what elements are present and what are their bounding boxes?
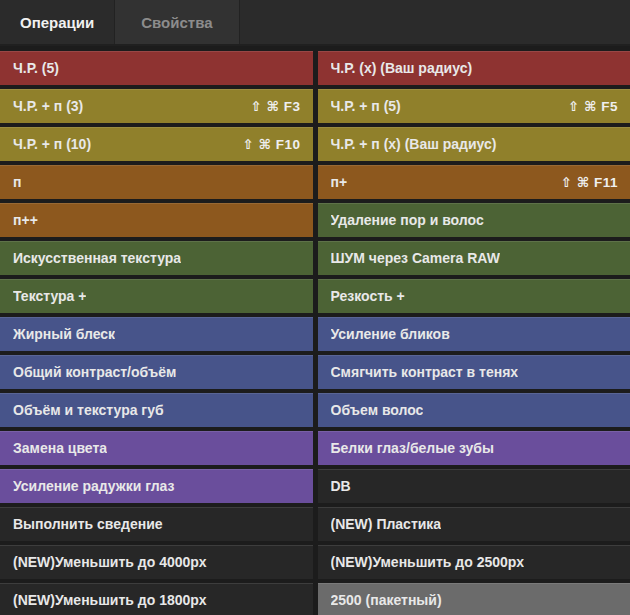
actions-button-grid: Ч.Р. (5) Ч.Р. (x) (Ваш радиус) Ч.Р. + п … <box>0 51 630 615</box>
action-button-label: Резкость + <box>331 288 405 304</box>
action-button[interactable]: Усиление радужки глаз <box>0 469 313 503</box>
action-button[interactable]: Ч.Р. + п (x) (Ваш радиус) <box>318 127 630 161</box>
action-button[interactable]: Смягчить контраст в тенях <box>318 355 630 389</box>
action-button[interactable]: (NEW)Уменьшить до 1800px <box>0 583 313 615</box>
action-button-label: Ч.Р. + п (5) <box>331 98 401 114</box>
action-button-label: Искусственная текстура <box>13 250 181 266</box>
action-button-label: Замена цвета <box>13 440 107 456</box>
action-button-label: Ч.Р. + п (3) <box>13 98 83 114</box>
action-button-label: п <box>13 174 21 190</box>
action-button-label: Ч.Р. (5) <box>13 60 59 76</box>
action-shortcut-label: ⇧ ⌘ F3 <box>242 98 300 114</box>
action-button[interactable]: п+ ⇧ ⌘ F11 <box>318 165 630 199</box>
action-button[interactable]: Общий контраст/объём <box>0 355 313 389</box>
action-button-label: DB <box>331 478 351 494</box>
action-button[interactable]: Удаление пор и волос <box>318 203 630 237</box>
action-button[interactable]: Белки глаз/белые зубы <box>318 431 630 465</box>
action-button[interactable]: Жирный блеск <box>0 317 313 351</box>
action-button[interactable]: ШУМ через Camera RAW <box>318 241 630 275</box>
action-button[interactable]: (NEW)Уменьшить до 2500px <box>318 545 630 579</box>
tab-bar-spacer <box>240 0 630 44</box>
action-button[interactable]: п++ <box>0 203 313 237</box>
action-button[interactable]: п <box>0 165 313 199</box>
action-button-label: Усиление бликов <box>331 326 450 342</box>
action-button[interactable]: Объем волос <box>318 393 630 427</box>
action-button[interactable]: (NEW)Уменьшить до 4000px <box>0 545 313 579</box>
action-button-label: Текстура + <box>13 288 86 304</box>
action-button-label: (NEW)Уменьшить до 4000px <box>13 554 207 570</box>
action-button-label: Общий контраст/объём <box>13 364 176 380</box>
action-button-label: п++ <box>13 212 38 228</box>
action-button[interactable]: Ч.Р. + п (5) ⇧ ⌘ F5 <box>318 89 630 123</box>
action-button[interactable]: Ч.Р. (x) (Ваш радиус) <box>318 51 630 85</box>
action-button[interactable]: Ч.Р. + п (10) ⇧ ⌘ F10 <box>0 127 313 161</box>
action-button-label: (NEW) Пластика <box>331 516 442 532</box>
action-button[interactable]: Ч.Р. + п (3) ⇧ ⌘ F3 <box>0 89 313 123</box>
panel-tab-bar: Операции Свойства <box>0 0 630 46</box>
action-button-label: Объем волос <box>331 402 424 418</box>
action-button-label: Объём и текстура губ <box>13 402 164 418</box>
action-button[interactable]: Резкость + <box>318 279 630 313</box>
action-button[interactable]: Усиление бликов <box>318 317 630 351</box>
action-button-label: Жирный блеск <box>13 326 115 342</box>
action-button[interactable]: 2500 (пакетный) <box>318 583 630 615</box>
action-button[interactable]: Объём и текстура губ <box>0 393 313 427</box>
action-button[interactable]: DB <box>318 469 630 503</box>
action-button-label: Белки глаз/белые зубы <box>331 440 494 456</box>
action-button-label: Выполнить сведение <box>13 516 163 532</box>
action-button[interactable]: Замена цвета <box>0 431 313 465</box>
action-button-label: Смягчить контраст в тенях <box>331 364 519 380</box>
action-button-label: Ч.Р. + п (10) <box>13 136 91 152</box>
action-button-label: Ч.Р. (x) (Ваш радиус) <box>331 60 473 76</box>
tab-operations[interactable]: Операции <box>0 0 114 44</box>
action-button-label: ШУМ через Camera RAW <box>331 250 500 266</box>
action-shortcut-label: ⇧ ⌘ F11 <box>553 174 618 190</box>
action-button[interactable]: Ч.Р. (5) <box>0 51 313 85</box>
tab-properties[interactable]: Свойства <box>114 0 239 44</box>
action-button[interactable]: (NEW) Пластика <box>318 507 630 541</box>
action-button-label: п+ <box>331 174 348 190</box>
action-button[interactable]: Искусственная текстура <box>0 241 313 275</box>
action-button[interactable]: Текстура + <box>0 279 313 313</box>
action-button-label: Усиление радужки глаз <box>13 478 175 494</box>
action-button-label: Ч.Р. + п (x) (Ваш радиус) <box>331 136 497 152</box>
action-button[interactable]: Выполнить сведение <box>0 507 313 541</box>
action-shortcut-label: ⇧ ⌘ F5 <box>560 98 618 114</box>
action-button-label: (NEW)Уменьшить до 2500px <box>331 554 525 570</box>
action-button-label: 2500 (пакетный) <box>331 592 442 608</box>
action-shortcut-label: ⇧ ⌘ F10 <box>234 136 300 152</box>
action-button-label: (NEW)Уменьшить до 1800px <box>13 592 207 608</box>
action-button-label: Удаление пор и волос <box>331 212 484 228</box>
